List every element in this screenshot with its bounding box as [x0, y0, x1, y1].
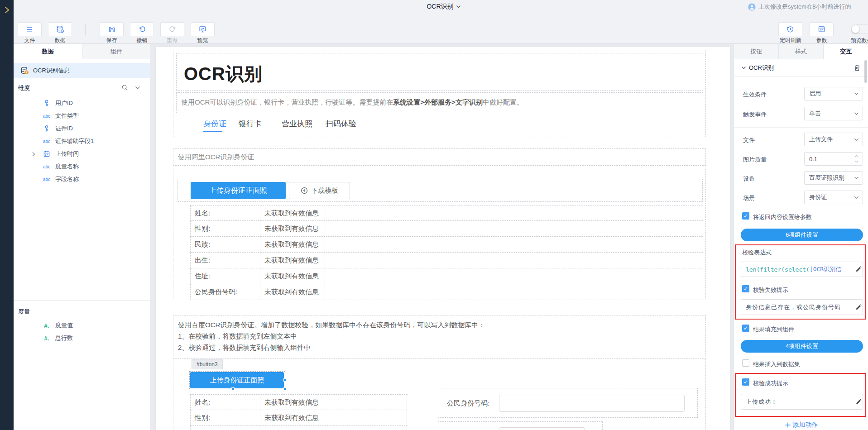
panel-scrollbar[interactable]	[864, 60, 867, 83]
field-item-userid[interactable]: 用户ID	[14, 97, 150, 110]
abc-icon: abc	[41, 114, 53, 119]
inspector-tab-style[interactable]: 样式	[779, 44, 824, 59]
document-title[interactable]: OCR识别	[408, 2, 480, 12]
search-icon[interactable]	[121, 84, 128, 91]
field-item-filetype[interactable]: abc 文件类型	[14, 110, 150, 122]
form-row[interactable]: 出生: 未获取到有效信息	[190, 253, 703, 268]
active-tab-underline	[203, 131, 222, 132]
expression-input[interactable]: len(filter(select([OCR识别信	[741, 262, 863, 277]
form-row[interactable]: 性别: 未获取到有效信息	[190, 221, 703, 237]
field-item-certid[interactable]: 证件ID	[14, 122, 150, 135]
header-block[interactable]: OCR识别 使用OCR可以识别身份证，银行卡，营业执照，行驶证等。需要提前在系统…	[173, 50, 706, 137]
edit-expression-icon[interactable]	[855, 266, 862, 272]
sidebar-tab-components[interactable]: 组件	[82, 44, 150, 59]
field-item-fieldname[interactable]: abc 字段名称	[14, 173, 150, 186]
four-components-button[interactable]: 4项组件设置	[741, 340, 863, 353]
upload-idcard-button[interactable]: 上传身份证正面照	[191, 182, 286, 199]
form-row[interactable]: 民族: 未获取到有效信息	[190, 426, 408, 430]
dimensions-header: 维度	[14, 81, 150, 94]
preview-data-toggle[interactable]	[851, 24, 868, 34]
checkbox-success-message[interactable]	[742, 378, 749, 386]
field-item-totalrows[interactable]: #. 总行数	[14, 332, 150, 344]
resize-handle-right[interactable]	[283, 378, 287, 382]
undo-button[interactable]	[130, 22, 154, 36]
inspector-tab-interaction[interactable]: 交互	[824, 44, 868, 59]
success-message-input[interactable]: 上传成功！	[741, 394, 863, 410]
group-collapse-icon[interactable]	[741, 66, 746, 70]
field-item-uploadtime[interactable]: 上传时间	[14, 148, 150, 160]
selected-component-tag: #button3	[192, 359, 223, 369]
expression-label: 校验表达式	[742, 248, 772, 257]
resize-handle-corner[interactable]	[283, 387, 287, 391]
data-button[interactable]	[48, 22, 72, 36]
stepper-up-icon[interactable]	[854, 155, 859, 158]
select-trigger-event[interactable]: 单击	[804, 107, 863, 120]
timed-refresh-button[interactable]	[778, 22, 802, 36]
name-input-block[interactable]: 姓名:	[438, 421, 603, 430]
ali-ocr-section: 上传身份证正面照 下载模板 姓名: 未获取到有效信息 性别: 未获取到有效信息 …	[173, 169, 706, 299]
field-item-measurename[interactable]: abc 度量名称	[14, 160, 150, 173]
abc-icon: abc	[41, 139, 53, 144]
add-action-link[interactable]: 添加动作	[734, 420, 868, 430]
dataset-item[interactable]: OCR识别信息	[14, 63, 150, 78]
checkbox-fill-components[interactable]	[742, 325, 749, 332]
six-components-button[interactable]: 6项组件设置	[741, 229, 863, 241]
baidu-step2: 2、校验通过，将数据填充到右侧输入组件中	[178, 342, 485, 353]
params-button[interactable]: x=	[810, 22, 834, 36]
select-scene[interactable]: 身份证	[804, 191, 863, 204]
checkbox-fail-message[interactable]	[742, 285, 749, 292]
name-input[interactable]	[499, 427, 585, 430]
canvas-tab-idcard[interactable]: 身份证	[203, 119, 226, 129]
baidu-ocr-text-block[interactable]: 使用百度OCR识别身份证。增加了数据校验，如果数据库中不存在该身份号码，可以写入…	[173, 315, 706, 356]
plus-icon	[785, 422, 791, 428]
form-row[interactable]: 住址: 未获取到有效信息	[190, 268, 703, 284]
select-device[interactable]: 百度证照识别	[804, 171, 863, 185]
stepper-down-icon[interactable]	[854, 160, 859, 163]
baidu-intro: 使用百度OCR识别身份证。增加了数据校验，如果数据库中不存在该身份号码，可以写入…	[178, 319, 485, 330]
canvas-tab-license[interactable]: 营业执照	[282, 119, 312, 129]
ali-ocr-caption-block[interactable]: 使用阿里OCR识别身份证	[173, 148, 706, 166]
save-button[interactable]	[100, 22, 124, 36]
form-row[interactable]: 民族: 未获取到有效信息	[190, 237, 703, 253]
baidu-step1: 1、在校验前，将数据填充到左侧文本中	[178, 330, 485, 342]
select-file-source[interactable]: 上传文件	[804, 133, 863, 146]
preview-button[interactable]	[191, 22, 215, 36]
form-row[interactable]: 性别: 未获取到有效信息	[190, 410, 408, 426]
abc-icon: abc	[41, 164, 53, 169]
title-block[interactable]: OCR识别	[176, 53, 703, 91]
inspector-tab-button[interactable]: 按钮	[734, 44, 779, 59]
checkbox-return-params[interactable]	[742, 212, 749, 220]
field-item-certaux[interactable]: abc 证件辅助字段1	[14, 135, 150, 148]
redo-button[interactable]	[160, 22, 184, 36]
idnumber-input-block[interactable]: 公民身份号码:	[438, 388, 698, 418]
upload-idcard-button-2[interactable]: 上传身份证正面照	[190, 372, 284, 388]
collapse-rail	[0, 0, 14, 430]
expand-panel-icon[interactable]	[3, 6, 10, 14]
measures-header: 度量	[18, 308, 30, 316]
delete-action-icon[interactable]	[854, 64, 861, 72]
description-block[interactable]: 使用OCR可以识别身份证，银行卡，营业执照，行驶证等。需要提前在系统设置>外部服…	[176, 92, 703, 113]
form-row[interactable]: 姓名: 未获取到有效信息	[190, 205, 703, 221]
resize-handle-bottom[interactable]	[231, 387, 235, 391]
checkbox-insert-dataset[interactable]	[742, 359, 749, 367]
edit-fail-message-icon[interactable]	[855, 304, 862, 311]
edit-success-message-icon[interactable]	[855, 399, 862, 405]
sidebar-tab-data[interactable]: 数据	[14, 44, 82, 59]
canvas-tab-scan[interactable]: 扫码体验	[326, 119, 356, 129]
collapse-dimensions-icon[interactable]	[135, 86, 140, 90]
fail-message-input[interactable]: 身份信息已存在，或公民身份号码	[741, 299, 863, 315]
form-row[interactable]: 公民身份号码: 未获取到有效信息	[190, 284, 703, 300]
image-quality-input[interactable]: 0.1	[804, 152, 863, 166]
field-item-measurevalue[interactable]: #. 度量值	[14, 319, 150, 332]
download-template-button[interactable]: 下载模板	[289, 182, 350, 199]
canvas-tab-bankcard[interactable]: 银行卡	[239, 119, 262, 129]
select-enable-condition[interactable]: 启用	[804, 87, 863, 100]
action-group-header: OCR识别	[734, 59, 868, 76]
toggle-knob	[852, 25, 859, 33]
form-row[interactable]: 姓名: 未获取到有效信息	[190, 394, 408, 410]
expand-chevron-icon[interactable]	[32, 152, 36, 157]
dataset-icon	[20, 67, 29, 75]
idnumber-input[interactable]	[499, 395, 685, 412]
file-button[interactable]	[18, 22, 42, 36]
redo-icon	[168, 26, 177, 33]
